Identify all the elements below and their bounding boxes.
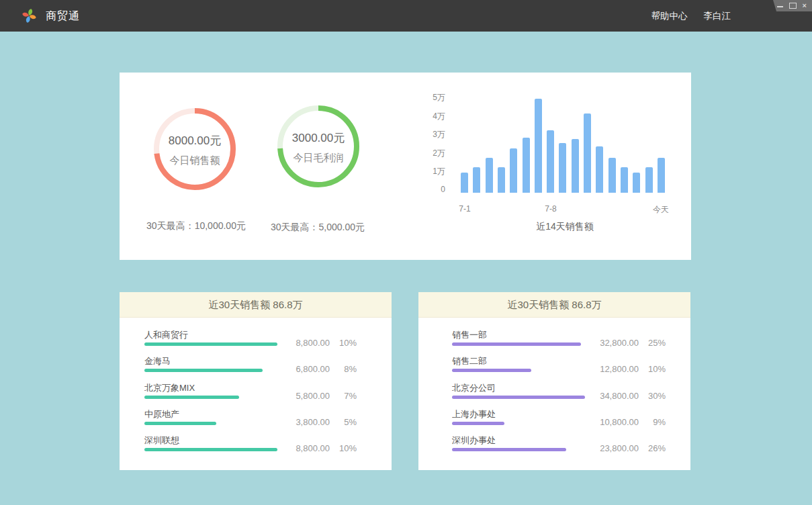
rank-item-bar [452,369,531,372]
rank-item-amount: 6,800.00 [296,364,330,374]
rank-item-value: 8,800.0010% [296,443,357,453]
customer-ranking-list: 人和商贸行8,800.0010%金海马6,800.008%北京万象MIX5,80… [144,326,357,463]
rank-row[interactable]: 上海办事处10,800.009% [452,406,666,432]
rank-item-percent: 26% [645,443,666,453]
customer-ranking-title: 近30天销售额 86.8万 [120,292,392,318]
y-axis-tick: 3万 [408,129,445,140]
y-axis-tick: 5万 [408,92,445,103]
rank-item-bar [452,448,566,451]
chart-bar [596,146,603,193]
rank-item-percent: 7% [336,391,357,401]
rank-item-value: 10,800.009% [600,417,666,427]
rank-item-amount: 34,800.00 [600,391,639,401]
x-axis-tick: 今天 [641,204,681,216]
profit-30d-max-note: 30天最高：5,000.00元 [237,222,398,234]
help-center-link[interactable]: 帮助中心 [651,10,688,22]
topbar-nav: 帮助中心 李白江 [651,0,731,32]
rank-item-amount: 32,800.00 [600,338,639,348]
chart-bar [535,99,542,193]
chart-bar [608,158,616,193]
rank-row[interactable]: 深圳联想8,800.0010% [144,432,357,458]
rank-item-bar [144,448,277,451]
rank-row[interactable]: 销售一部32,800.0025% [452,326,666,353]
rank-item-amount: 23,800.00 [600,443,639,453]
today-overview-card: 8000.00元 今日销售额 30天最高：10,000.00元 3000.00元… [120,73,691,260]
rank-row[interactable]: 深圳办事处23,800.0026% [452,432,666,458]
app-title: 商贸通 [46,0,80,32]
rank-item-value: 3,800.005% [296,417,357,427]
today-profit-label: 今日毛利润 [294,152,344,165]
window-controls: × [769,0,812,11]
today-profit-value: 3000.00元 [292,130,345,146]
chart-bar [572,139,579,193]
user-name-link[interactable]: 李白江 [704,10,731,22]
x-axis-tick: 7-8 [531,204,571,214]
rank-item-value: 6,800.008% [296,364,357,374]
rank-item-name: 深圳办事处 [452,434,496,447]
rank-item-name: 深圳联想 [144,434,179,447]
rank-item-percent: 10% [336,338,357,348]
chart-bar [658,158,665,193]
rank-row[interactable]: 中原地产3,800.005% [144,406,357,432]
chart-bar [633,173,640,193]
chart-bar [621,167,628,193]
title-bar: 商贸通 帮助中心 李白江 × [0,0,812,32]
rank-item-amount: 10,800.00 [600,417,639,427]
customer-ranking-card: 近30天销售额 86.8万 人和商贸行8,800.0010%金海马6,800.0… [120,292,392,470]
department-ranking-title: 近30天销售额 86.8万 [418,292,690,318]
chart-bar [645,167,653,193]
rank-item-name: 金海马 [144,355,171,367]
chart-bar [498,167,505,193]
close-icon[interactable]: × [803,2,807,9]
chart-bar [473,167,480,193]
rank-row[interactable]: 销售二部12,800.0010% [452,353,666,379]
y-axis-tick: 1万 [408,166,445,177]
department-ranking-list: 销售一部32,800.0025%销售二部12,800.0010%北京分公司34,… [452,326,666,463]
x-axis-tick: 7-1 [445,204,485,214]
maximize-icon[interactable] [789,3,797,9]
rank-item-name: 中原地产 [144,408,179,420]
rank-item-name: 销售二部 [452,355,487,367]
rank-item-percent: 5% [336,417,357,427]
rank-item-value: 5,800.007% [296,391,357,401]
chart-bar [486,158,493,193]
rank-item-bar [452,396,585,399]
rank-item-bar [144,396,239,399]
rank-row[interactable]: 北京分公司34,800.0030% [452,379,666,406]
today-sales-label: 今日销售额 [170,154,220,167]
minimize-icon[interactable] [777,6,783,7]
rank-item-bar [452,422,504,425]
rank-item-percent: 30% [645,391,666,401]
y-axis-tick: 2万 [408,148,445,159]
rank-item-percent: 10% [645,364,666,374]
rank-item-name: 上海办事处 [452,408,496,420]
rank-item-amount: 8,800.00 [296,338,330,348]
rank-item-bar [452,342,581,346]
rank-item-amount: 3,800.00 [296,417,330,427]
today-sales-value: 8000.00元 [169,133,221,148]
rank-item-value: 32,800.0025% [600,338,666,348]
rank-item-bar [144,422,216,425]
rank-row[interactable]: 金海马6,800.008% [144,353,357,379]
app-logo-pinwheel-icon [20,7,38,25]
chart-bar [461,173,468,193]
rank-item-amount: 5,800.00 [296,391,330,401]
chart-bar [547,130,554,193]
chart-bar [523,138,530,193]
rank-item-bar [144,369,263,372]
rank-item-name: 北京万象MIX [144,382,195,394]
rank-item-percent: 25% [645,338,666,348]
rank-item-percent: 8% [336,364,357,374]
chart-title: 近14天销售额 [461,221,669,233]
rank-item-value: 23,800.0026% [600,443,666,453]
rank-row[interactable]: 人和商贸行8,800.0010% [144,326,357,353]
rank-row[interactable]: 北京万象MIX5,800.007% [144,379,357,406]
chart-bar [584,113,591,193]
rank-item-amount: 12,800.00 [600,364,639,374]
rank-item-value: 12,800.0010% [600,364,666,374]
y-axis-tick: 0 [408,185,445,194]
rank-item-percent: 9% [645,417,666,427]
y-axis-tick: 4万 [408,111,445,122]
rank-item-amount: 8,800.00 [296,443,330,453]
rank-item-value: 8,800.0010% [296,338,357,348]
